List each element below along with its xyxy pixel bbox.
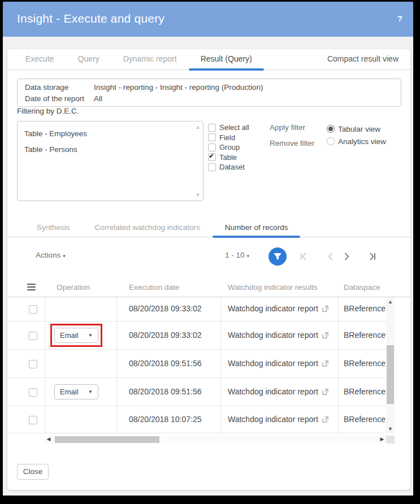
- execution-date-cell: 08/20/2018 09:51:56: [129, 359, 201, 368]
- table-row[interactable]: Email ▼ 08/20/2018 09:51:56 Watchdog ind…: [7, 378, 386, 406]
- operation-value: Email: [60, 331, 79, 340]
- checkbox-icon[interactable]: ✔: [208, 153, 216, 161]
- column-header-operation[interactable]: Operation: [57, 283, 90, 292]
- report-info-row: Date of the report All: [25, 93, 393, 105]
- watchdog-report-link[interactable]: Watchdog indicator report: [228, 359, 328, 368]
- execution-date-cell: 08/20/2018 09:33:02: [129, 304, 201, 313]
- dialog-window: Insight - Execute and query ? Execute Qu…: [3, 2, 413, 496]
- column-header-watchdog-results[interactable]: Watchdog indicator results: [228, 283, 318, 292]
- table-row[interactable]: 08/20/2018 09:33:02 Watchdog indicator r…: [7, 297, 386, 321]
- column-header-dataspace[interactable]: Dataspace: [344, 283, 380, 292]
- checkbox-icon[interactable]: ✔: [208, 133, 216, 141]
- scroll-right-icon[interactable]: ▶: [378, 436, 386, 442]
- report-info-row: Data storage Insight - reporting - Insig…: [25, 82, 393, 93]
- radio-icon[interactable]: [327, 125, 335, 133]
- tab-result-query[interactable]: Result (Query): [189, 49, 264, 70]
- radio-icon[interactable]: [327, 137, 335, 145]
- scroll-up-icon[interactable]: ▲: [386, 299, 395, 305]
- row-checkbox[interactable]: [29, 416, 37, 424]
- help-icon[interactable]: ?: [397, 14, 402, 23]
- operation-select[interactable]: Email ▼: [54, 384, 98, 399]
- checkbox-icon[interactable]: ✔: [208, 124, 216, 132]
- radio-label: Analytics view: [338, 137, 386, 146]
- listbox-scrollbar[interactable]: ▲ ▼: [193, 122, 202, 200]
- checkbox-icon[interactable]: ✔: [208, 144, 216, 151]
- checkbox-label: Table: [219, 153, 237, 162]
- tab-dynamic-report[interactable]: Dynamic report: [111, 49, 189, 70]
- checkbox-label: Select all: [219, 123, 249, 132]
- checkbox-group[interactable]: ✔ Group: [208, 142, 249, 153]
- scroll-down-icon[interactable]: ▼: [193, 192, 202, 198]
- checkbox-table[interactable]: ✔ Table: [208, 153, 249, 163]
- filter-checkbox-group: ✔ Select all ✔ Field ✔ Group ✔ Table ✔ D…: [208, 123, 249, 172]
- data-storage-value: Insight - reporting - Insight - reportin…: [94, 82, 263, 93]
- scroll-up-icon[interactable]: ▲: [193, 124, 202, 130]
- operation-value: Email: [60, 388, 79, 396]
- horizontal-scrollbar-thumb[interactable]: [55, 436, 159, 443]
- filter-button[interactable]: [269, 247, 287, 266]
- first-page-button[interactable]: [300, 252, 309, 261]
- table-horizontal-scrollbar[interactable]: ◀ ▶: [45, 436, 386, 444]
- list-item[interactable]: Table - Employees: [18, 126, 193, 142]
- table-vertical-scrollbar[interactable]: ▲ ▼: [386, 297, 395, 433]
- scroll-down-icon[interactable]: ▼: [386, 426, 395, 432]
- tab-execute[interactable]: Execute: [14, 49, 66, 70]
- radio-tabular-view[interactable]: Tabular view: [327, 123, 386, 135]
- page-range-dropdown[interactable]: 1 - 10▾: [225, 251, 249, 259]
- chevron-right-icon: [342, 252, 351, 261]
- chevron-down-icon: ▼: [88, 389, 93, 394]
- table-menu-icon[interactable]: [27, 284, 36, 291]
- apply-filter-button[interactable]: Apply filter: [270, 123, 315, 132]
- table-row[interactable]: 08/20/2018 10:07:25 Watchdog indicator r…: [7, 406, 386, 433]
- vertical-scrollbar-thumb[interactable]: [387, 345, 394, 404]
- tab-query[interactable]: Query: [66, 49, 111, 70]
- last-page-button[interactable]: [367, 252, 376, 261]
- row-checkbox[interactable]: [29, 388, 37, 397]
- row-checkbox[interactable]: [29, 332, 37, 340]
- actions-dropdown[interactable]: Actions▾: [36, 251, 66, 259]
- radio-analytics-view[interactable]: Analytics view: [327, 135, 386, 147]
- list-item[interactable]: Table - Persons: [18, 142, 193, 158]
- table-body: 08/20/2018 09:33:02 Watchdog indicator r…: [7, 297, 386, 433]
- report-date-label: Date of the report: [25, 93, 94, 105]
- watchdog-report-link[interactable]: Watchdog indicator report: [228, 387, 328, 396]
- external-link-icon: [322, 360, 328, 367]
- compact-result-view-link[interactable]: Compact result view: [327, 49, 399, 70]
- close-button[interactable]: Close: [17, 464, 49, 480]
- watchdog-report-link[interactable]: Watchdog indicator report: [228, 304, 328, 313]
- tab-synthesis[interactable]: Synthesis: [24, 219, 83, 237]
- tab-number-of-records[interactable]: Number of records: [213, 219, 301, 237]
- checkbox-dataset[interactable]: ✔ Dataset: [208, 162, 249, 172]
- column-header-execution-date[interactable]: Execution date: [129, 283, 179, 292]
- chevron-left-icon: [326, 252, 335, 261]
- watchdog-report-link[interactable]: Watchdog indicator report: [228, 415, 328, 424]
- checkbox-select-all[interactable]: ✔ Select all: [208, 123, 249, 133]
- execution-date-cell: 08/20/2018 10:07:25: [129, 415, 201, 424]
- dec-listbox[interactable]: Table - Employees Table - Persons ▲ ▼: [17, 121, 203, 201]
- operation-select[interactable]: Email ▼: [54, 328, 98, 343]
- tab-correlated-watchdog-indicators[interactable]: Correlated watchdog indicators: [83, 219, 213, 237]
- report-date-value: All: [94, 93, 102, 105]
- checkbox-field[interactable]: ✔ Field: [208, 133, 249, 143]
- previous-page-button[interactable]: [326, 252, 335, 261]
- watchdog-report-label: Watchdog indicator report: [228, 304, 318, 313]
- watchdog-report-label: Watchdog indicator report: [228, 359, 318, 368]
- execution-date-cell: 08/20/2018 09:33:02: [129, 331, 201, 340]
- table-row[interactable]: 08/20/2018 09:51:56 Watchdog indicator r…: [7, 350, 386, 378]
- dataspace-cell: BReference: [344, 387, 386, 396]
- watchdog-report-link[interactable]: Watchdog indicator report: [228, 331, 328, 340]
- scroll-left-icon[interactable]: ◀: [45, 436, 53, 442]
- external-link-icon: [322, 416, 328, 423]
- row-checkbox[interactable]: [29, 305, 37, 314]
- next-page-button[interactable]: [342, 252, 351, 261]
- chevron-down-icon: ▼: [88, 333, 93, 338]
- report-info-box: Data storage Insight - reporting - Insig…: [17, 79, 401, 107]
- checkbox-icon[interactable]: ✔: [208, 163, 216, 171]
- watchdog-report-label: Watchdog indicator report: [228, 415, 318, 424]
- external-link-icon: [322, 306, 328, 312]
- row-checkbox[interactable]: [29, 360, 37, 368]
- table-row[interactable]: Email ▼ 08/20/2018 09:33:02 Watchdog ind…: [7, 321, 386, 350]
- remove-filter-button[interactable]: Remove filter: [270, 139, 315, 147]
- data-storage-label: Data storage: [25, 82, 94, 93]
- dialog-body: Execute Query Dynamic report Result (Que…: [7, 49, 410, 490]
